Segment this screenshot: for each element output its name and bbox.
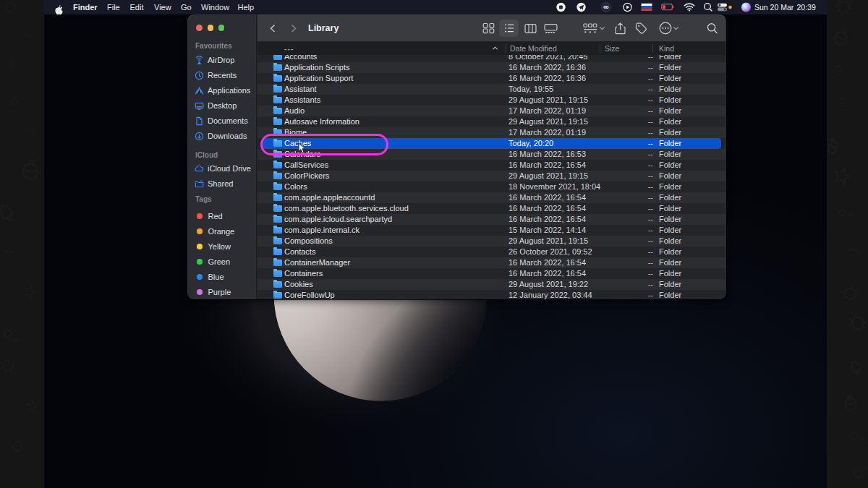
svg-text:∞: ∞: [603, 2, 609, 11]
